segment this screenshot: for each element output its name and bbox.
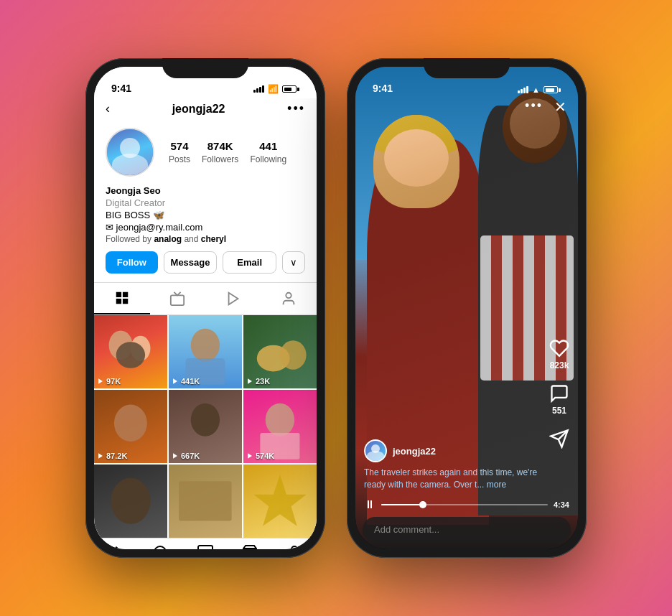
following-label: Following [250,154,286,164]
comment-action[interactable]: 551 [549,383,569,416]
svg-marker-16 [173,453,177,459]
svg-rect-25 [198,546,213,549]
left-time: 9:41 [111,83,131,94]
svg-rect-21 [179,481,231,521]
svg-marker-6 [98,378,103,384]
more-options-button[interactable]: ••• [287,101,305,116]
nav-search[interactable] [139,544,183,549]
profile-tabs [94,282,317,315]
video-more-button[interactable]: ••• [525,98,543,116]
grid-view-count: 667K [181,452,200,460]
grid-view-count: 574K [256,452,274,460]
followers-label: Followers [202,154,238,164]
progress-track[interactable] [381,504,548,505]
right-status-icons: ▲ [518,85,561,94]
stats-row: 574 Posts 874K Followers 441 Following [169,140,286,165]
profile-top: 574 Posts 874K Followers 441 Following [106,128,305,177]
back-button[interactable]: ‹ [106,101,110,116]
svg-point-20 [111,478,150,524]
left-notch [162,58,248,78]
bio-name: Jeongja Seo [106,185,305,196]
avatar [106,128,154,177]
follow-button[interactable]: Follow [106,251,158,274]
profile-section: 574 Posts 874K Followers 441 Following J… [94,122,317,282]
video-user: jeongja22 [364,439,542,462]
bio-followed: Followed by analog and cheryl [106,234,305,244]
svg-point-5 [116,342,145,368]
right-phone: 9:41 ▲ ••• ✕ [347,58,587,558]
progress-controls: ⏸ 4:34 [364,498,569,511]
posts-count: 574 [169,140,190,152]
tab-reels[interactable] [205,283,261,314]
grid-item[interactable] [94,465,167,538]
svg-marker-14 [98,453,103,459]
email-button[interactable]: Email [223,251,276,274]
more-button[interactable]: ∨ [282,251,305,274]
svg-point-17 [266,403,294,437]
svg-point-23 [154,546,166,549]
svg-point-29 [291,546,297,549]
svg-marker-1 [228,293,238,305]
top-right-controls: ••• ✕ [525,98,566,116]
svg-point-13 [114,405,147,442]
ig-header: ‹ jeongja22 ••• [94,98,317,122]
like-count: 823k [550,360,569,370]
followers-stat: 874K Followers [202,140,238,165]
right-wifi-icon: ▲ [532,85,540,94]
signal-icon [253,85,264,93]
svg-marker-9 [173,378,177,384]
comment-input[interactable]: Add comment... [363,517,571,542]
video-caption: The traveler strikes again and this time… [364,467,542,491]
left-phone-screen: 9:41 📶 ‹ jeongja22 ••• [94,67,317,549]
right-time: 9:41 [373,83,393,94]
wifi-icon: 📶 [268,84,279,94]
left-phone: 9:41 📶 ‹ jeongja22 ••• [85,58,325,558]
grid-item[interactable]: 667K [169,390,242,463]
grid-item[interactable]: 441K [169,315,242,388]
following-stat: 441 Following [250,140,286,165]
svg-marker-12 [248,378,252,384]
bottom-nav [94,538,317,549]
tab-igtv[interactable] [150,283,206,314]
grid-view-count: 97K [106,377,121,386]
grid-item[interactable]: 87.2K [94,390,167,463]
like-action[interactable]: 823k [549,338,569,370]
bio-line1: BIG BOSS 🦋 [106,210,305,220]
grid-item[interactable] [169,465,242,538]
comment-count: 551 [552,406,566,416]
posts-label: Posts [169,154,190,164]
battery-icon [282,85,299,93]
nav-shop[interactable] [228,544,272,549]
bio-email: ✉ jeongja@ry.mail.com [106,222,305,233]
more-link[interactable]: more [487,480,506,490]
grid-item[interactable] [243,465,317,538]
progress-fill [381,504,423,505]
svg-point-2 [286,293,291,298]
tab-grid[interactable] [94,283,150,314]
nav-home[interactable] [94,544,139,549]
grid-item[interactable]: 97K [94,315,167,388]
svg-point-11 [280,340,307,369]
message-button[interactable]: Message [164,251,218,274]
nav-profile[interactable] [272,544,317,549]
svg-marker-22 [253,475,306,526]
video-total-time: 4:34 [554,500,569,509]
svg-marker-19 [248,453,252,459]
action-buttons: Follow Message Email ∨ [106,251,305,274]
close-button[interactable]: ✕ [554,98,566,116]
grid-item[interactable]: 574K [243,390,317,463]
tab-tagged[interactable] [261,283,317,314]
pause-button[interactable]: ⏸ [364,498,375,511]
bottom-overlay: jeongja22 The traveler strikes again and… [355,434,578,549]
svg-point-7 [191,329,220,362]
grid-view-count: 441K [181,377,200,386]
posts-grid: 97K 441K [94,315,317,538]
posts-stat: 574 Posts [169,140,190,165]
profile-username-header: jeongja22 [172,103,225,116]
right-battery-icon [543,86,561,93]
right-signal-icon [518,86,528,93]
video-avatar [364,439,387,462]
video-username: jeongja22 [393,446,436,457]
nav-reels[interactable] [183,544,228,549]
grid-item[interactable]: 23K [243,315,317,388]
